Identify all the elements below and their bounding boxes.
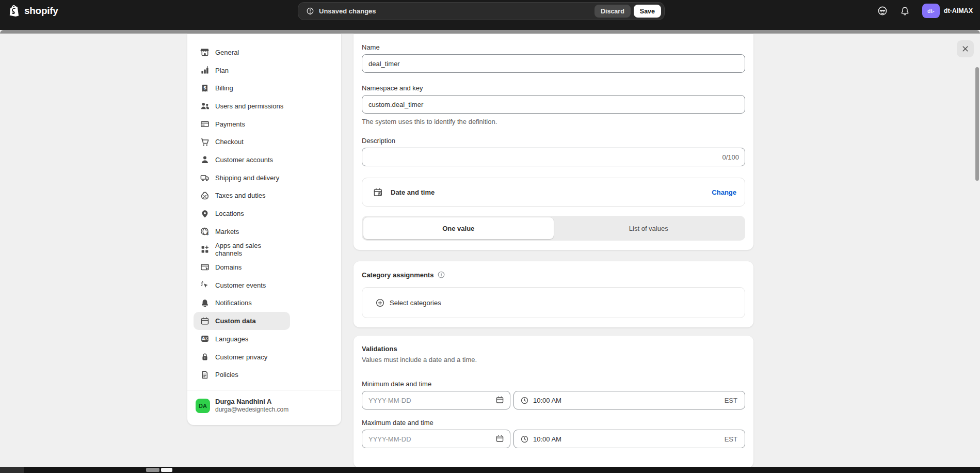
store-name: dt-AIMAX — [944, 7, 973, 14]
unsaved-changes-banner: Unsaved changes Discard Save — [298, 2, 665, 20]
sidebar-item-label: Taxes and duties — [215, 192, 266, 199]
sidebar-item-label: Plan — [215, 67, 229, 74]
svg-text:A: A — [202, 337, 205, 341]
cursor-events-icon — [200, 280, 210, 290]
apps-grid-icon — [200, 244, 210, 255]
namespace-key-input[interactable] — [362, 95, 745, 114]
info-icon[interactable] — [437, 271, 445, 279]
calendar-clock-icon — [373, 187, 383, 198]
sidebar-item-label: Policies — [215, 371, 238, 379]
user-email: durga@wedesigntech.com — [215, 406, 288, 414]
sidekick-assistant-icon[interactable] — [877, 5, 888, 17]
cart-icon — [200, 137, 210, 147]
custom-data-icon — [200, 316, 210, 326]
content-type-label: Date and time — [391, 188, 435, 196]
sidebar-item-label: Markets — [215, 228, 239, 235]
sidebar-item-users-and-permissions[interactable]: Users and permissions — [194, 97, 290, 115]
store-icon — [200, 47, 210, 57]
sidebar-item-domains[interactable]: Domains — [194, 258, 290, 276]
name-label: Name — [362, 43, 745, 51]
shopify-logo[interactable]: shopify — [8, 4, 58, 18]
user-name: Durga Nandhini A — [215, 398, 288, 406]
category-assignments-card: Category assignments Select categories — [354, 261, 753, 327]
sidebar-item-shipping-and-delivery[interactable]: Shipping and delivery — [194, 169, 290, 187]
globe-icon: $ — [200, 226, 210, 236]
save-button[interactable]: Save — [634, 5, 661, 18]
sidebar-item-billing[interactable]: $ Billing — [194, 79, 290, 97]
discard-button[interactable]: Discard — [595, 5, 631, 18]
sidebar-item-policies[interactable]: Policies — [194, 366, 290, 384]
sidebar-item-languages[interactable]: A Languages — [194, 330, 290, 348]
max-time-value: 10:00 AM — [533, 435, 561, 443]
sidebar-item-label: Billing — [215, 84, 233, 92]
sidebar-item-label: Users and permissions — [215, 102, 283, 110]
store-menu[interactable]: dt- dt-AIMAX — [922, 4, 973, 18]
bottom-edge-segment — [146, 468, 159, 472]
sidebar-item-label: Customer accounts — [215, 156, 273, 164]
validations-title: Validations — [362, 345, 745, 353]
validations-card: Validations Values must include a date a… — [354, 336, 753, 468]
notifications-bell-icon[interactable] — [899, 5, 911, 17]
sidebar-item-label: Checkout — [215, 138, 244, 146]
sidebar-item-label: Notifications — [215, 299, 252, 307]
modal-top-edge — [0, 30, 980, 34]
min-time-input[interactable]: 10:00 AM EST — [513, 391, 745, 409]
namespace-label: Namespace and key — [362, 84, 745, 92]
name-input[interactable] — [362, 54, 745, 73]
cardinality-segmented-control: One value List of values — [362, 216, 745, 241]
min-date-input[interactable] — [362, 391, 510, 409]
sidebar-item-label: Apps and sales channels — [215, 242, 285, 257]
topbar: shopify Unsaved changes Discard Save — [0, 0, 980, 30]
min-timezone-label: EST — [725, 397, 737, 404]
page-scrollbar-thumb[interactable] — [975, 67, 979, 181]
category-assignments-title: Category assignments — [362, 271, 433, 279]
user-account[interactable]: DA Durga Nandhini A durga@wedesigntech.c… — [194, 398, 335, 414]
sidebar-item-taxes-and-duties[interactable]: Taxes and duties — [194, 187, 290, 205]
min-date-label: Minimum date and time — [362, 380, 745, 388]
location-pin-icon — [200, 209, 210, 219]
sidebar-item-customer-events[interactable]: Customer events — [194, 276, 290, 294]
bottom-edge-segment — [161, 468, 172, 472]
truck-icon — [200, 172, 210, 183]
sidebar-item-label: Shipping and delivery — [215, 174, 279, 182]
change-type-link[interactable]: Change — [712, 188, 736, 196]
calendar-icon[interactable] — [495, 395, 505, 405]
sidebar-item-markets[interactable]: $ Markets — [194, 223, 290, 241]
select-categories-button[interactable]: Select categories — [362, 287, 745, 318]
payments-icon — [200, 119, 210, 129]
calendar-icon[interactable] — [495, 434, 505, 444]
sidebar-item-plan[interactable]: Plan — [194, 61, 290, 80]
svg-text:$: $ — [206, 231, 209, 236]
namespace-help-text: The system uses this to identify the def… — [362, 118, 745, 125]
shopify-wordmark: shopify — [24, 5, 58, 17]
close-modal-button[interactable] — [957, 40, 974, 57]
max-date-label: Maximum date and time — [362, 419, 745, 427]
sidebar-item-apps-and-sales-channels[interactable]: Apps and sales channels — [194, 241, 290, 259]
sidebar-item-general[interactable]: General — [194, 43, 290, 61]
sidebar-item-customer-accounts[interactable]: Customer accounts — [194, 151, 290, 169]
plus-circle-icon — [375, 298, 385, 308]
sidebar-item-checkout[interactable]: Checkout — [194, 133, 290, 151]
sidebar-item-label: Customer privacy — [215, 353, 267, 361]
document-icon — [200, 370, 210, 380]
tab-list-of-values[interactable]: List of values — [554, 217, 744, 239]
billing-icon: $ — [200, 83, 210, 93]
sidebar-item-custom-data[interactable]: Custom data — [194, 312, 290, 330]
lock-icon — [200, 352, 210, 362]
sidebar-item-label: Domains — [215, 263, 242, 271]
store-avatar: dt- — [922, 4, 940, 18]
sidebar-item-notifications[interactable]: Notifications — [194, 294, 290, 312]
sidebar-item-label: General — [215, 49, 239, 56]
sidebar-item-label: Languages — [215, 335, 248, 343]
sidebar-item-payments[interactable]: Payments — [194, 115, 290, 133]
max-time-input[interactable]: 10:00 AM EST — [513, 430, 745, 448]
metafield-definition-form: Name Namespace and key The system uses t… — [354, 34, 753, 468]
sidebar-item-locations[interactable]: Locations — [194, 204, 290, 223]
sidebar-item-customer-privacy[interactable]: Customer privacy — [194, 348, 290, 366]
unsaved-changes-message: Unsaved changes — [319, 7, 376, 15]
max-date-input[interactable] — [362, 430, 510, 448]
description-input[interactable] — [362, 148, 745, 166]
shopify-bag-icon — [8, 4, 21, 18]
sidebar-item-label: Customer events — [215, 281, 266, 289]
tab-one-value[interactable]: One value — [363, 217, 554, 239]
